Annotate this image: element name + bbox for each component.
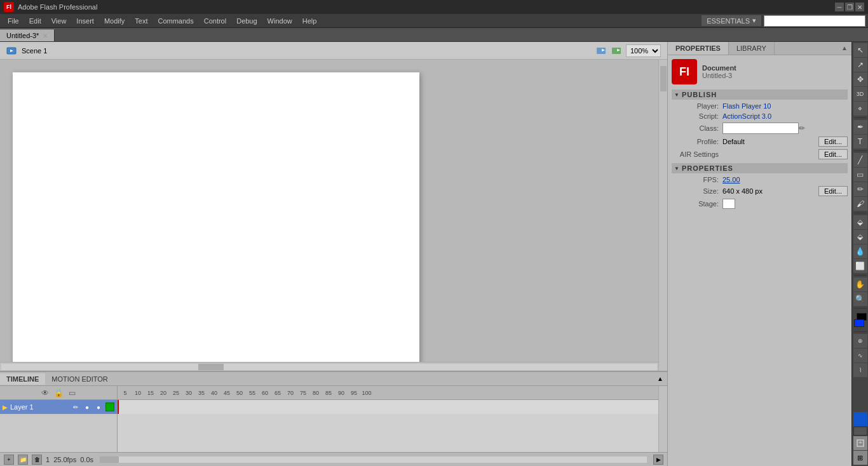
tool-eyedropper[interactable]: 💧 — [853, 244, 867, 258]
tool-smooth[interactable]: ∿ — [853, 349, 867, 363]
horizontal-scrollbar[interactable] — [0, 362, 658, 371]
fps-display[interactable]: 25.0fps — [53, 456, 76, 463]
class-edit-icon[interactable]: ✏ — [799, 124, 805, 133]
tool-3d-rotation[interactable]: 3D — [853, 87, 867, 101]
tool-brush[interactable]: 🖌 — [853, 197, 867, 211]
tool-separator-2 — [855, 150, 866, 151]
tool-subselection[interactable]: ↗ — [853, 58, 867, 72]
profile-edit-button[interactable]: Edit... — [818, 136, 848, 147]
playhead[interactable] — [118, 400, 119, 414]
menu-window[interactable]: Window — [262, 16, 297, 26]
tool-free-transform[interactable]: ✥ — [853, 72, 867, 86]
tool-ink-bottle[interactable]: ⬙ — [853, 215, 867, 229]
restore-button[interactable]: ❐ — [845, 3, 854, 11]
tool-selection[interactable]: ↖ — [853, 43, 867, 57]
properties-section-header[interactable]: ▼ PROPERTIES — [672, 163, 848, 173]
menu-commands[interactable]: Commands — [153, 16, 198, 26]
menu-modify[interactable]: Modify — [99, 16, 130, 26]
tool-eraser[interactable]: ⬜ — [853, 259, 867, 273]
layer-pencil-icon[interactable]: ✏ — [71, 403, 80, 411]
tab-close-button[interactable]: ✕ — [43, 32, 48, 39]
minimize-button[interactable]: ─ — [835, 3, 844, 11]
add-folder-button[interactable]: 📁 — [18, 455, 28, 465]
h-scroll-thumb[interactable] — [198, 364, 224, 370]
frame-num-20: 20 — [157, 390, 170, 396]
frame-num-85: 85 — [322, 390, 335, 396]
tool-extra2[interactable]: ⊞ — [853, 451, 867, 465]
edit-scene-icon[interactable] — [595, 45, 607, 57]
lock-icon[interactable]: 🔒 — [54, 389, 64, 397]
menu-debug[interactable]: Debug — [231, 16, 262, 26]
zoom-select[interactable]: 25% 50% 75% 100% 150% 200% — [626, 44, 661, 57]
tool-extra[interactable] — [853, 436, 867, 450]
tool-separator-6 — [855, 331, 866, 332]
timeline-horizontal-scrollbar[interactable] — [100, 456, 647, 463]
fps-value[interactable]: 25.00 — [722, 176, 740, 183]
frame-num-65: 65 — [271, 390, 284, 396]
size-row: Size: 640 x 480 px Edit... — [672, 185, 848, 197]
menu-help[interactable]: Help — [297, 16, 322, 26]
vertical-scrollbar[interactable] — [658, 60, 667, 362]
fill-color-well[interactable] — [854, 319, 864, 327]
app-icon: Fl — [4, 2, 14, 12]
search-input[interactable] — [764, 15, 865, 27]
outline-icon[interactable]: ▭ — [69, 389, 76, 397]
color-swatch-gray[interactable] — [853, 427, 867, 436]
frame-num-40: 40 — [208, 390, 220, 396]
tool-lasso[interactable]: ⌖ — [853, 102, 867, 116]
tool-paint-bucket[interactable]: ⬙ — [853, 230, 867, 244]
tl-scroll-right[interactable]: ▶ — [653, 455, 663, 465]
timeline-body: 👁 🔒 ▭ ▶ Layer 1 ✏ ● ● — [0, 386, 667, 452]
document-tab[interactable]: Untitled-3* ✕ — [0, 29, 55, 41]
title-bar-controls[interactable]: ─ ❐ ✕ — [835, 3, 868, 11]
menu-view[interactable]: View — [46, 16, 72, 26]
h-scroll-track[interactable] — [1, 364, 657, 370]
tab-timeline[interactable]: TIMELINE — [0, 373, 45, 385]
tool-pencil[interactable]: ✏ — [853, 182, 867, 196]
stage-color-picker[interactable] — [722, 199, 735, 209]
canvas-container[interactable] — [0, 60, 658, 362]
color-swatch-blue[interactable] — [853, 412, 867, 426]
class-input[interactable] — [722, 123, 799, 134]
frame-num-35: 35 — [195, 390, 208, 396]
tool-pen[interactable]: ✒ — [853, 120, 867, 134]
tool-zoom[interactable]: 🔍 — [853, 292, 867, 306]
menu-text[interactable]: Text — [130, 16, 153, 26]
frame-num-10: 10 — [132, 390, 144, 396]
tool-hand[interactable]: ✋ — [853, 277, 867, 291]
frame-num-80: 80 — [309, 390, 322, 396]
tab-library[interactable]: LIBRARY — [729, 42, 775, 55]
air-settings-edit-button[interactable]: Edit... — [818, 149, 848, 159]
profile-label: Profile: — [672, 138, 722, 145]
close-button[interactable]: ✕ — [855, 3, 864, 11]
tl-scroll-thumb[interactable] — [100, 456, 119, 463]
menu-file[interactable]: File — [3, 16, 24, 26]
v-scroll-thumb[interactable] — [660, 66, 667, 91]
add-layer-button[interactable]: + — [4, 455, 14, 465]
tool-text[interactable]: T — [853, 135, 867, 149]
publish-section-header[interactable]: ▼ PUBLISH — [672, 90, 848, 100]
profile-row: Profile: Default Edit... — [672, 135, 848, 148]
panel-collapse-button[interactable]: ▲ — [837, 42, 851, 55]
tab-bar: Untitled-3* ✕ — [0, 28, 868, 42]
timeline-bottom: + 📁 🗑 1 25.0fps 0.0s ▶ — [0, 452, 667, 466]
edit-symbol-icon[interactable] — [611, 45, 622, 57]
menu-control[interactable]: Control — [199, 16, 231, 26]
tool-snap[interactable]: ⊕ — [853, 334, 867, 348]
menu-edit[interactable]: Edit — [24, 16, 46, 26]
frame-num-50: 50 — [233, 390, 246, 396]
delete-layer-button[interactable]: 🗑 — [32, 455, 42, 465]
tool-rectangle[interactable]: ▭ — [853, 168, 867, 182]
eye-icon[interactable]: 👁 — [41, 389, 49, 397]
frames-row[interactable] — [118, 400, 658, 414]
layer-row[interactable]: ▶ Layer 1 ✏ ● ● — [0, 400, 117, 414]
current-frame-indicator: 1 — [46, 456, 50, 463]
size-edit-button[interactable]: Edit... — [818, 186, 848, 196]
tool-line[interactable]: ╱ — [853, 153, 867, 167]
menu-insert[interactable]: Insert — [71, 16, 99, 26]
tab-properties[interactable]: PROPERTIES — [668, 42, 729, 55]
tab-motion-editor[interactable]: MOTION EDITOR — [45, 373, 114, 385]
tool-straighten[interactable]: ⌇ — [853, 363, 867, 377]
timeline-collapse-button[interactable]: ▲ — [653, 374, 667, 383]
essentials-button[interactable]: ESSENTIALS ▾ — [702, 15, 761, 26]
